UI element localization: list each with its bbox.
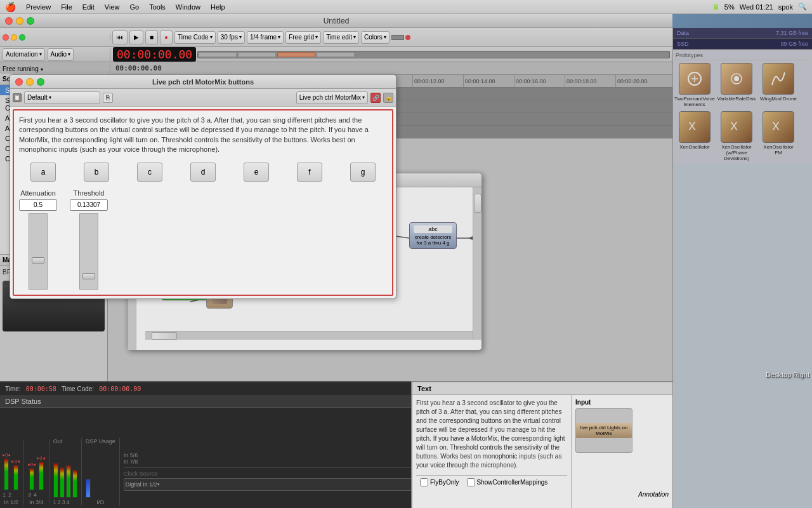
letter-button-a[interactable]: a (30, 163, 56, 182)
flyby-checkbox[interactable] (420, 478, 428, 486)
letter-button-g[interactable]: g (350, 163, 376, 182)
attenuation-value[interactable]: 0.5 (19, 199, 57, 211)
battery-value: 5% (724, 3, 735, 11)
record-button[interactable]: ● (160, 30, 173, 44)
menu-edit[interactable]: Edit (82, 3, 95, 11)
node-motormix-buttons[interactable]: abc create detectors for 3 a thru 4 g (409, 222, 457, 249)
scrollbar-thumb-bottom[interactable] (152, 332, 177, 340)
preset-dropdown[interactable]: Default ▾ (24, 91, 100, 104)
rewind-button[interactable]: ⏮ (112, 30, 128, 44)
dialog-zoom[interactable] (37, 78, 44, 86)
instrument-item[interactable]: X XenOscillator (676, 111, 714, 161)
svg-marker-17 (468, 236, 473, 240)
text-panel-content-area: First you hear a 3 second oscillator to … (412, 395, 571, 508)
grid-dropdown[interactable]: Free grid ▾ (285, 31, 321, 44)
instrument-item[interactable]: X XenOscillator (w/Phase Deviations) (717, 111, 756, 161)
copy-button[interactable]: ⎘ (103, 93, 113, 103)
menu-window[interactable]: Window (176, 3, 200, 11)
ruler-8: 00:00:16.00 (514, 75, 565, 87)
menu-view[interactable]: View (105, 3, 120, 11)
threshold-thumb[interactable] (82, 273, 95, 279)
max-button-2[interactable] (19, 34, 25, 41)
controller-checkbox-label[interactable]: ShowControllerMappings (467, 478, 548, 486)
menu-go[interactable]: Go (129, 3, 139, 11)
out-sublabel: Out (53, 438, 77, 444)
svg-text:X: X (772, 120, 780, 133)
desktop-label: Desktop Right (672, 368, 812, 381)
hd-info-bar: Data 7,31 GB free (673, 28, 812, 39)
in34-label: In 3/4 (28, 499, 45, 505)
toolbar-row2: Automation ▾ Audio ▾ 00:00:00.00 (0, 47, 672, 62)
frame-dropdown[interactable]: 1/4 frame ▾ (247, 31, 284, 44)
instrument-item[interactable]: WingMod Drone (759, 63, 797, 107)
dsp-usage-label: DSP Usage (86, 438, 115, 444)
dialog-minimize[interactable] (26, 78, 34, 86)
instrument-item[interactable]: X XenOscillator FM (759, 111, 797, 161)
controller-checkbox[interactable] (467, 478, 475, 486)
menu-tools[interactable]: Tools (149, 3, 166, 11)
letter-button-d[interactable]: d (190, 163, 216, 182)
close-button[interactable] (5, 17, 13, 25)
progress-segments (197, 51, 670, 58)
attenuation-thumb[interactable] (32, 257, 44, 264)
user-name: spok (778, 3, 793, 11)
params-row: Attenuation 0.5 Threshold 0.13307 (19, 189, 387, 290)
dialog-main-titlebar: Live pch ctrl MotorMix buttons (10, 75, 396, 89)
attenuation-slider[interactable] (29, 213, 48, 290)
threshold-slider[interactable] (79, 213, 98, 290)
scrollbar-right[interactable] (473, 187, 481, 340)
scrollbar-thumb-right[interactable] (474, 194, 481, 213)
instrument-item[interactable]: VariableRateDisk (717, 63, 756, 107)
close-button-2[interactable] (3, 34, 9, 41)
search-icon[interactable]: 🔍 (798, 3, 807, 11)
dsp-timecode-value: 00:00:00.00 (99, 385, 141, 392)
letter-button-f[interactable]: f (297, 163, 322, 182)
instruments-panel: Prototypes TwoFormantVoice Elements Vari… (673, 50, 812, 164)
letter-button-b[interactable]: b (84, 163, 109, 182)
ssd-info-bar: SSD 99 GB free (673, 39, 812, 50)
ssd-free-space: 99 GB free (780, 41, 808, 47)
stop-button[interactable]: ■ (145, 30, 158, 44)
meter-bar-out2 (60, 467, 65, 498)
toolbar-row1: ⏮ ▶ ■ ● Time Code ▾ 30 fps ▾ 1/4 frame ▾… (0, 28, 672, 47)
window-titlebar: Untitled (0, 14, 672, 28)
battery-icon: 🔋 (712, 3, 719, 10)
hd-free-space: 7,31 GB free (776, 30, 808, 36)
apple-menu[interactable]: 🍎 (5, 2, 16, 12)
play-button[interactable]: ▶ (129, 30, 143, 44)
automation-dropdown[interactable]: Automation ▾ (3, 48, 45, 61)
threshold-label: Threshold (74, 189, 105, 197)
edit-dropdown[interactable]: Time edit ▾ (323, 31, 359, 44)
letter-button-e[interactable]: e (244, 163, 269, 182)
link-button[interactable]: 🔗 (370, 93, 381, 103)
menubar: 🍎 Preview File Edit View Go Tools Window… (0, 0, 812, 14)
flyby-checkbox-label[interactable]: FlyByOnly (420, 478, 459, 486)
annotation-label: Annotation (575, 491, 669, 498)
right-panel: Data 7,31 GB free SSD 99 GB free Prototy… (672, 28, 812, 508)
audio-dropdown[interactable]: Audio ▾ (48, 48, 74, 61)
in56-label: In 5/6 (124, 452, 138, 458)
letter-button-c[interactable]: c (137, 163, 162, 182)
colors-dropdown[interactable]: Colors ▾ (361, 31, 390, 44)
min-button-2[interactable] (11, 34, 17, 41)
instrument-item[interactable]: TwoFormantVoice Elements (676, 63, 714, 107)
instrument-icon-3 (763, 63, 794, 95)
target-dropdown[interactable]: Live pch ctrl MotorMix ▾ (296, 91, 368, 104)
dialog-close[interactable] (15, 78, 23, 86)
timecode-dropdown[interactable]: Time Code ▾ (174, 31, 216, 44)
fps-dropdown[interactable]: 30 fps ▾ (218, 31, 245, 44)
menu-preview[interactable]: Preview (26, 3, 51, 11)
ssd-label: SSD (677, 41, 689, 47)
threshold-value[interactable]: 0.13307 (70, 199, 108, 211)
menu-help[interactable]: Help (211, 3, 225, 11)
minimize-button[interactable] (16, 17, 23, 25)
lock-button[interactable]: 🔒 (383, 93, 393, 103)
free-running-dropdown[interactable]: Free running ▾ (3, 65, 110, 72)
maximize-button[interactable] (27, 17, 34, 25)
ruler-9: 00:00:18.00 (565, 75, 615, 87)
threshold-group: Threshold 0.13307 (70, 189, 108, 290)
menu-file[interactable]: File (61, 3, 72, 11)
scrollbar-bottom[interactable] (145, 331, 473, 340)
playhead-dot (405, 35, 410, 40)
dialog-main-title: Live pch ctrl MotorMix buttons (152, 78, 254, 86)
